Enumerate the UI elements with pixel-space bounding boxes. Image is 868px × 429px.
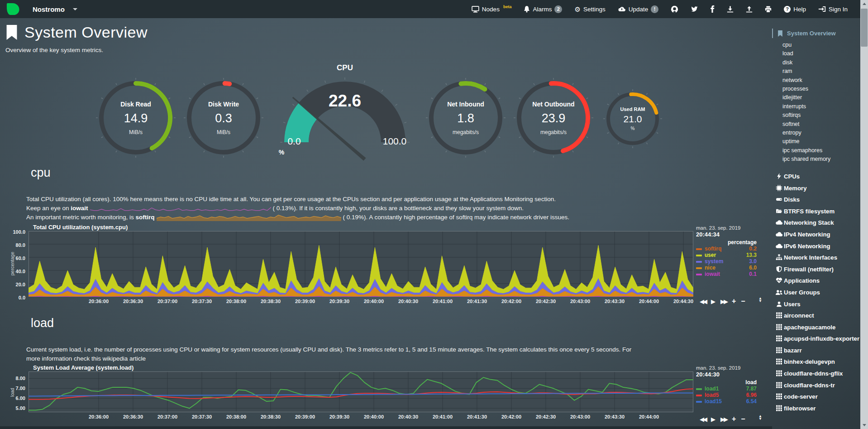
sidebar-item-firewall-netfilter-[interactable]: Firewall (netfilter) xyxy=(772,263,861,275)
nav-twitter[interactable] xyxy=(691,6,698,12)
legend-item-iowait[interactable]: iowait0.1 xyxy=(696,271,757,277)
legend-item-load5[interactable]: load56.96 xyxy=(696,392,757,398)
legend-item-user[interactable]: user13.3 xyxy=(696,252,757,258)
zoom-in-button[interactable]: + xyxy=(732,415,736,423)
nav-export[interactable] xyxy=(727,6,734,13)
sidebar-item-system-overview-active[interactable]: System Overview xyxy=(772,29,861,38)
nav-settings[interactable]: ⚙ Settings xyxy=(574,6,605,13)
sidebar-subitem-network[interactable]: network xyxy=(772,76,861,85)
nav-github[interactable] xyxy=(671,5,678,13)
rewind-button[interactable]: ◀◀ xyxy=(700,416,706,423)
nav-update[interactable]: Update ! xyxy=(618,5,659,13)
page-title: System Overview xyxy=(24,24,148,41)
legend-item-load1[interactable]: load17.87 xyxy=(696,386,757,392)
sidebar-subitem-interrupts[interactable]: interrupts xyxy=(772,102,861,111)
sidebar-item-apcupsd-influxdb-exporter[interactable]: apcupsd-influxdb-exporter xyxy=(772,333,861,345)
sidebar-item-applications[interactable]: Applications xyxy=(772,275,861,287)
sidebar-item-networking-stack[interactable]: Networking Stack xyxy=(772,217,861,229)
cpu-gauge-min: 0.0 xyxy=(276,136,312,147)
sidebar-item-network-interfaces[interactable]: Network Interfaces xyxy=(772,252,861,264)
sidebar-subitem-load[interactable]: load xyxy=(772,49,861,58)
zoom-out-button[interactable]: − xyxy=(741,297,745,305)
sidebar-subitem-softirqs[interactable]: softirqs xyxy=(772,111,861,120)
sidebar-item-users[interactable]: Users xyxy=(772,298,861,310)
nav-print[interactable] xyxy=(765,6,772,13)
sidebar-subitem-entropy[interactable]: entropy xyxy=(772,129,861,137)
sidebar-subitem-disk[interactable]: disk xyxy=(772,58,861,67)
sidebar-subitem-processes[interactable]: processes xyxy=(772,85,861,93)
sidebar-item-cpus[interactable]: CPUs xyxy=(772,171,861,183)
netdata-logo-icon[interactable] xyxy=(6,2,20,16)
legend-series-value: 0.1 xyxy=(749,271,757,277)
sidebar-subitem-cpu[interactable]: cpu xyxy=(772,41,861,49)
nav-alarms[interactable]: Alarms 2 xyxy=(524,5,562,13)
sidebar-item-user-groups[interactable]: User Groups xyxy=(772,287,861,299)
x-tick-label: 20:42:30 xyxy=(529,299,563,304)
gauge-used-ram[interactable]: Used RAM21.0% xyxy=(603,89,663,149)
sidebar-subitem-softnet[interactable]: softnet xyxy=(772,120,861,129)
sidebar-item-bazarr[interactable]: bazarr xyxy=(772,345,861,357)
sidebar-subitem-uptime[interactable]: uptime xyxy=(772,137,861,146)
sidebar-item-cloudflare-ddns-gflix[interactable]: cloudflare-ddns-gflix xyxy=(772,368,861,380)
softirq-sparkline xyxy=(157,213,341,221)
play-button[interactable]: ▶ xyxy=(711,416,715,423)
gauge-net-outbound[interactable]: Net Outbound23.9megabits/s xyxy=(513,77,594,159)
gauge-net-inbound[interactable]: Net Inbound1.8megabits/s xyxy=(425,77,506,159)
sidebar-subitem-ram[interactable]: ram xyxy=(772,67,861,76)
play-button[interactable]: ▶ xyxy=(711,298,715,305)
cpu-chart-resize-handle[interactable]: ▲▼ xyxy=(758,297,762,303)
fast-forward-button[interactable]: ▶▶ xyxy=(720,298,727,305)
x-tick-label: 20:36:30 xyxy=(116,299,150,304)
sidebar-item-binhex-delugevpn[interactable]: binhex-delugevpn xyxy=(772,356,861,368)
legend-item-softirq[interactable]: softirq0.2 xyxy=(696,246,757,252)
load-chart-plot[interactable] xyxy=(29,371,693,412)
nav-nodes[interactable]: Nodesbeta xyxy=(472,6,512,13)
legend-item-load15[interactable]: load156.54 xyxy=(696,399,757,405)
sidebar-subitem-ipc-semaphores[interactable]: ipc semaphores xyxy=(772,146,861,155)
sidebar-item-disks[interactable]: Disks xyxy=(772,194,861,206)
x-tick-label: 20:41:30 xyxy=(460,299,494,304)
load-chart-resize-handle[interactable]: ▲▼ xyxy=(758,415,762,420)
chart-time: 20:44:34 xyxy=(696,231,757,238)
sidebar-item-memory[interactable]: Memory xyxy=(772,182,861,194)
sidebar-item-cloudflare-ddns-tr[interactable]: cloudflare-ddns-tr xyxy=(772,379,861,391)
nav-facebook[interactable] xyxy=(711,5,715,13)
nav-signin[interactable]: Sign In xyxy=(818,6,848,13)
sidebar-item-code-server[interactable]: code-server xyxy=(772,391,861,403)
nav-import[interactable] xyxy=(746,6,753,13)
hostname-dropdown[interactable]: Nostromo xyxy=(33,5,65,13)
sidebar-subitem-ipc-shared-memory[interactable]: ipc shared memory xyxy=(772,155,861,164)
gauge-cpu[interactable]: CPU 22.6 0.0 100.0 % xyxy=(276,63,414,156)
github-icon xyxy=(671,5,678,13)
x-tick-label: 20:38:30 xyxy=(254,299,287,304)
sidebar-item-airconnect[interactable]: airconnect xyxy=(772,310,861,322)
gauge-disk-write[interactable]: Disk Write0.3MiB/s xyxy=(183,77,264,159)
nav-help[interactable]: ? Help xyxy=(784,6,806,13)
update-alert-badge: ! xyxy=(651,5,658,13)
scroll-down-arrow[interactable] xyxy=(860,421,868,429)
x-tick-label: 20:36:30 xyxy=(116,414,150,419)
legend-swatch xyxy=(696,255,702,256)
wikipedia-link[interactable]: wikipedia article xyxy=(103,355,146,362)
sidebar-item-filebrowser[interactable]: filebrowser xyxy=(772,403,861,415)
rewind-button[interactable]: ◀◀ xyxy=(700,298,706,305)
legend-unit-header: load xyxy=(696,379,757,386)
cpu-description: Total CPU utilization (all cores). 100% … xyxy=(26,195,682,222)
zoom-in-button[interactable]: + xyxy=(732,297,736,305)
cpu-chart-plot[interactable] xyxy=(29,231,693,297)
sidebar-item-btrfs-filesystem[interactable]: BTRFS filesystem xyxy=(772,205,861,217)
gauge-disk-read[interactable]: Disk Read14.9MiB/s xyxy=(95,77,176,159)
legend-series-value: 3.0 xyxy=(749,259,757,265)
sidebar-item-ipv6-networking[interactable]: IPv6 Networking xyxy=(772,240,861,252)
legend-item-nice[interactable]: nice6.0 xyxy=(696,265,757,271)
sidebar-subitem-idlejitter[interactable]: idlejitter xyxy=(772,93,861,102)
sidebar-item-apacheguacamole[interactable]: apacheguacamole xyxy=(772,321,861,333)
scroll-up-arrow[interactable] xyxy=(860,0,868,8)
legend-item-system[interactable]: system3.0 xyxy=(696,259,757,265)
chevron-down-icon[interactable] xyxy=(73,8,77,10)
page-scrollbar[interactable] xyxy=(860,0,868,429)
zoom-out-button[interactable]: − xyxy=(741,415,745,423)
sidebar-item-ipv4-networking[interactable]: IPv4 Networking xyxy=(772,229,861,241)
scrollbar-thumb[interactable] xyxy=(861,9,868,47)
fast-forward-button[interactable]: ▶▶ xyxy=(720,416,727,423)
